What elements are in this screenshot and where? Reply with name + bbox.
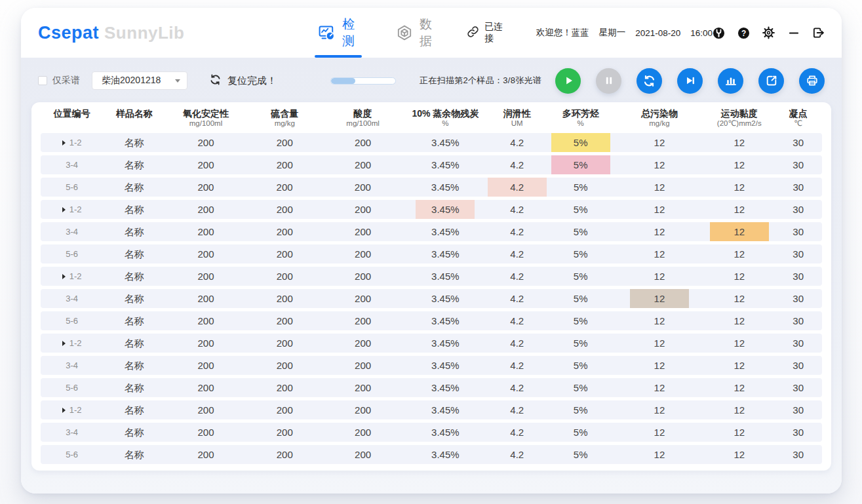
system-icons: ? bbox=[713, 27, 825, 39]
table-header-row: 位置编号样品名称氧化安定性mg/100ml硫含量mg/kg酸度mg/100ml1… bbox=[41, 102, 822, 133]
results-table: 位置编号样品名称氧化安定性mg/100ml硫含量mg/kg酸度mg/100ml1… bbox=[31, 102, 831, 471]
table-row-8[interactable]: 3-4名称2002002003.45%4.25%121230 bbox=[41, 289, 822, 308]
value-cell: 4.2 bbox=[488, 267, 546, 286]
value-cell: 12 bbox=[615, 311, 704, 330]
expand-arrow-icon[interactable] bbox=[62, 408, 66, 413]
value-cell: 12 bbox=[615, 378, 704, 397]
table-row-3[interactable]: 5-6名称2002002003.45%4.25%121230 bbox=[41, 178, 822, 197]
tab-data-label: 数据 bbox=[420, 16, 435, 50]
value-cell: 200 bbox=[323, 244, 402, 263]
dropdown-value: 柴油20201218 bbox=[102, 75, 161, 87]
print-button[interactable] bbox=[799, 68, 825, 94]
skip-button[interactable] bbox=[677, 68, 703, 94]
value-cell: 5% bbox=[546, 200, 614, 219]
table-row-7[interactable]: 1-2名称2002002003.45%4.25%121230 bbox=[41, 267, 822, 286]
scan-status-text: 正在扫描第2个样品：3/8张光谱 bbox=[420, 75, 541, 87]
pause-button[interactable] bbox=[596, 68, 621, 94]
toolbar: 仅采谱 柴油20201218 复位完成！ bbox=[31, 58, 831, 101]
acquire-only-checkbox[interactable]: 仅采谱 bbox=[38, 75, 80, 87]
data-cube-icon bbox=[396, 24, 413, 41]
sync-button[interactable] bbox=[637, 68, 662, 94]
value-cell: 4.2 bbox=[488, 133, 546, 152]
value-cell: 3.45% bbox=[403, 400, 488, 419]
logout-icon[interactable] bbox=[812, 27, 825, 39]
table-body: 1-2名称2002002003.45%4.25%1212303-4名称20020… bbox=[41, 133, 822, 464]
value-cell: 200 bbox=[165, 133, 246, 152]
minimize-icon[interactable] bbox=[787, 27, 800, 39]
start-button[interactable] bbox=[555, 68, 581, 94]
tab-data[interactable]: 数据 bbox=[396, 8, 435, 58]
expand-arrow-icon[interactable] bbox=[62, 140, 66, 145]
table-row-5[interactable]: 3-4名称2002002003.45%4.25%121230 bbox=[41, 222, 822, 241]
expand-arrow-icon[interactable] bbox=[62, 207, 66, 212]
table-row-14[interactable]: 3-4名称2002002003.45%4.25%121230 bbox=[41, 423, 822, 442]
value-cell: 200 bbox=[165, 178, 246, 197]
value-cell: 5% bbox=[546, 267, 614, 286]
value-cell: 200 bbox=[323, 400, 402, 419]
column-header-4: 硫含量mg/kg bbox=[246, 108, 323, 128]
sample-type-dropdown[interactable]: 柴油20201218 bbox=[92, 71, 187, 90]
expand-arrow-icon[interactable] bbox=[62, 341, 66, 346]
table-row-10[interactable]: 1-2名称2002002003.45%4.25%121230 bbox=[41, 334, 822, 353]
value-cell: 30 bbox=[774, 400, 822, 419]
table-row-9[interactable]: 5-6名称2002002003.45%4.25%121230 bbox=[41, 311, 822, 330]
position-label: 1-2 bbox=[69, 400, 82, 419]
value-cell: 3.45% bbox=[403, 200, 488, 219]
welcome-text: 欢迎您！蓝蓝 bbox=[536, 27, 589, 39]
value-cell: 12 bbox=[615, 334, 704, 353]
value-cell: 3.45% bbox=[403, 334, 488, 353]
chart-button[interactable] bbox=[718, 68, 743, 94]
table-row-13[interactable]: 1-2名称2002002003.45%4.25%121230 bbox=[41, 400, 822, 419]
reset-status[interactable]: 复位完成！ bbox=[209, 73, 277, 88]
table-row-4[interactable]: 1-2名称2002002003.45%4.25%121230 bbox=[41, 200, 822, 219]
position-label: 5-6 bbox=[66, 311, 78, 330]
table-row-11[interactable]: 3-4名称2002002003.45%4.25%121230 bbox=[41, 356, 822, 375]
tab-detection[interactable]: 检测 bbox=[319, 8, 358, 58]
value-cell: 200 bbox=[165, 423, 246, 442]
column-header-5: 酸度mg/100ml bbox=[323, 108, 402, 128]
position-label: 3-4 bbox=[66, 356, 78, 375]
export-button[interactable] bbox=[758, 68, 784, 94]
value-cell: 5% bbox=[546, 423, 614, 442]
value-cell: 3.45% bbox=[403, 311, 488, 330]
value-cell: 12 bbox=[615, 222, 704, 241]
logo-secondary: SunnyLib bbox=[104, 23, 184, 43]
value-cell: 30 bbox=[774, 200, 822, 219]
main-nav: 检测 数据 bbox=[319, 8, 435, 58]
table-row-12[interactable]: 5-6名称2002002003.45%4.25%121230 bbox=[41, 378, 822, 397]
value-cell: 30 bbox=[774, 423, 822, 442]
svg-text:?: ? bbox=[741, 28, 746, 37]
column-header-6: 10% 蒸余物残炭% bbox=[403, 108, 488, 128]
content-area: 仅采谱 柴油20201218 复位完成！ bbox=[21, 58, 842, 494]
value-cell: 名称 bbox=[103, 133, 165, 152]
value-cell: 200 bbox=[323, 334, 402, 353]
position-label: 3-4 bbox=[66, 155, 78, 174]
value-cell: 30 bbox=[774, 178, 822, 197]
sync-icon bbox=[642, 74, 656, 88]
table-row-2[interactable]: 3-4名称2002002003.45%4.25%121230 bbox=[41, 155, 822, 174]
value-cell: 5% bbox=[546, 289, 614, 308]
table-row-15[interactable]: 5-6名称2002002003.45%4.25%121230 bbox=[41, 445, 822, 464]
value-cell: 200 bbox=[165, 445, 246, 464]
value-cell: 12 bbox=[704, 222, 774, 241]
table-row-1[interactable]: 1-2名称2002002003.45%4.25%121230 bbox=[41, 133, 822, 152]
position-cell: 1-2 bbox=[41, 400, 103, 419]
value-cell: 200 bbox=[165, 289, 246, 308]
help-icon[interactable]: ? bbox=[737, 27, 750, 39]
value-cell: 200 bbox=[165, 155, 246, 174]
position-cell: 5-6 bbox=[41, 378, 103, 397]
column-header-3: 氧化安定性mg/100ml bbox=[165, 108, 246, 128]
position-cell: 3-4 bbox=[41, 155, 103, 174]
value-cell: 12 bbox=[615, 289, 704, 308]
expand-arrow-icon[interactable] bbox=[62, 274, 66, 279]
settings-icon[interactable] bbox=[762, 27, 775, 39]
table-row-6[interactable]: 5-6名称2002002003.45%4.25%121230 bbox=[41, 244, 822, 263]
value-cell: 4.2 bbox=[488, 311, 546, 330]
wrench-icon[interactable] bbox=[713, 27, 725, 39]
checkbox-box[interactable] bbox=[38, 76, 47, 85]
value-cell: 200 bbox=[165, 267, 246, 286]
position-cell: 5-6 bbox=[41, 445, 103, 464]
position-cell: 5-6 bbox=[41, 244, 103, 263]
value-cell: 200 bbox=[246, 311, 323, 330]
value-cell: 12 bbox=[615, 356, 704, 375]
